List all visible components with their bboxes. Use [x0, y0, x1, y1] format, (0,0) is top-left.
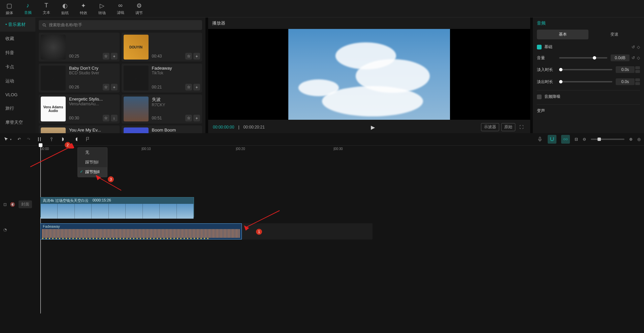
clip-name: 高清4k 过场空镜头天空白云: [43, 198, 89, 203]
nav-音频[interactable]: ♪音频: [19, 0, 37, 17]
sidebar-item[interactable]: 抖音: [0, 46, 35, 60]
fav-icon[interactable]: ☆: [185, 84, 192, 90]
undo-icon[interactable]: ↶: [18, 137, 21, 142]
track-mute-icon[interactable]: 🔇: [10, 202, 15, 207]
badge-1: 1: [256, 229, 262, 235]
pointer-tool[interactable]: ▾: [3, 136, 11, 142]
add-icon[interactable]: ＋: [193, 84, 200, 90]
search-icon: [42, 23, 47, 28]
mic-icon[interactable]: [537, 136, 543, 142]
music-card[interactable]: You Are My Ev...Jiaye☆＋: [39, 125, 120, 133]
mark-out-icon[interactable]: [73, 136, 79, 142]
zoom-slider[interactable]: [591, 139, 624, 140]
svg-line-1: [45, 26, 46, 27]
add-icon[interactable]: ＋: [193, 115, 200, 121]
preview-area[interactable]: [208, 29, 530, 120]
video-track-controls: ⊡ 🔇 封面: [0, 200, 40, 208]
sidebar-item[interactable]: VLOG: [0, 88, 35, 101]
magnet-icon[interactable]: [548, 135, 556, 144]
add-icon[interactable]: ＋: [111, 53, 118, 60]
add-icon[interactable]: ＋: [111, 84, 118, 90]
search-placeholder: 搜索歌曲名称/歌手: [49, 22, 82, 28]
nav-滤镜[interactable]: ∞滤镜: [111, 0, 130, 17]
video-clip[interactable]: 高清4k 过场空镜头天空白云0000:15:26: [40, 197, 194, 217]
basic-label: 基础: [544, 44, 552, 50]
beat-menu-item[interactable]: 踩节拍I: [78, 157, 107, 167]
fadeout-slider[interactable]: [559, 81, 612, 82]
player-title: 播放器: [208, 17, 530, 29]
svg-rect-5: [566, 139, 568, 140]
fadeout-value[interactable]: 0.0s: [616, 78, 635, 85]
original-button[interactable]: 原始: [501, 123, 515, 131]
cover-button[interactable]: 封面: [19, 200, 32, 208]
basic-checkbox[interactable]: [537, 45, 542, 49]
fav-icon[interactable]: ☆: [185, 115, 192, 121]
player-panel: 播放器 00:00:00:00 | 00:00:20:21 ▶ 示波器 原始 ⛶: [208, 17, 530, 133]
fav-icon[interactable]: ☆: [103, 115, 109, 121]
volume-reset-icon[interactable]: ↺: [632, 56, 635, 60]
play-button[interactable]: ▶: [371, 124, 375, 131]
add-icon[interactable]: ↓: [111, 115, 118, 121]
music-card[interactable]: Vens Adams AudioEnergetic Stylis...VensA…: [39, 95, 120, 123]
volume-keyframe-icon[interactable]: ◇: [637, 56, 640, 60]
nav-文本[interactable]: T文本: [37, 0, 56, 17]
fadeout-stepper[interactable]: [635, 78, 640, 85]
track-expand-icon[interactable]: ⊡: [3, 202, 7, 207]
fit-icon[interactable]: ◎: [637, 137, 641, 142]
beat-menu: 无踩节拍I踩节拍II: [77, 147, 107, 177]
zoom-in-icon[interactable]: ⊕: [629, 137, 633, 142]
svg-rect-4: [564, 139, 565, 140]
scope-button[interactable]: 示波器: [481, 123, 499, 131]
sidebar-item[interactable]: 运动: [0, 74, 35, 88]
nav-贴纸[interactable]: ◐贴纸: [56, 0, 74, 17]
music-card[interactable]: ♪FadeawayTikTok00:21☆＋: [122, 64, 202, 92]
beat-menu-item[interactable]: 无: [78, 148, 107, 157]
fav-icon[interactable]: ☆: [103, 84, 109, 90]
fadein-stepper[interactable]: [635, 66, 640, 73]
nav-调节[interactable]: ⚙调节: [130, 0, 148, 17]
svg-point-2: [51, 138, 53, 139]
music-card[interactable]: Boom BoomCHYL☆＋: [122, 125, 202, 133]
fadein-slider[interactable]: [559, 69, 612, 70]
align-icon[interactable]: ⊟: [575, 137, 578, 142]
add-icon[interactable]: ＋: [193, 53, 200, 60]
fav-icon[interactable]: ☆: [103, 53, 109, 60]
split-icon[interactable]: [36, 136, 42, 142]
flag-icon[interactable]: [85, 136, 91, 142]
tab-speed[interactable]: 变速: [588, 30, 640, 39]
search-input[interactable]: 搜索歌曲名称/歌手: [39, 20, 202, 30]
fullscreen-icon[interactable]: ⛶: [517, 123, 525, 131]
music-grid: 00:25☆＋DOUYIN00:43☆＋♪Baby Don't CryBCD S…: [39, 33, 202, 133]
music-card[interactable]: 失波R7CKY00:51☆＋: [122, 95, 202, 123]
music-card[interactable]: 00:25☆＋: [39, 33, 120, 62]
sidebar-item[interactable]: • 音乐素材: [0, 17, 35, 32]
keyframe-icon[interactable]: ◇: [637, 45, 640, 49]
badge-3: 3: [108, 176, 114, 182]
timeline-panel: ▾ ↶ ↷ ⊟ ⊖ ⊕ ◎ 00:00|00:10|00:20|00:30 无踩…: [0, 133, 644, 333]
denoise-checkbox[interactable]: [537, 95, 542, 99]
reset-icon[interactable]: ↺: [632, 45, 635, 49]
svg-line-8: [246, 211, 280, 227]
nav-媒体[interactable]: ▢媒体: [0, 0, 19, 17]
nav-转场[interactable]: ▷转场: [93, 0, 111, 17]
svg-line-6: [30, 147, 71, 167]
sidebar-item[interactable]: 摩登天空: [0, 115, 35, 130]
volume-value[interactable]: 0.0dB: [611, 54, 630, 61]
link-icon[interactable]: [561, 135, 570, 144]
mark-in-icon[interactable]: [61, 136, 67, 142]
nav-特效[interactable]: ✦特效: [74, 0, 93, 17]
redo-icon[interactable]: ↷: [27, 137, 30, 142]
beat-indicator-icon[interactable]: ◔: [3, 227, 7, 232]
zoom-out-icon[interactable]: ⊖: [583, 137, 586, 142]
tab-basic[interactable]: 基本: [537, 30, 588, 39]
music-card[interactable]: DOUYIN00:43☆＋: [122, 33, 202, 62]
audio-clip[interactable]: Fadeaway: [40, 223, 242, 239]
sidebar-item[interactable]: 卡点: [0, 60, 35, 74]
sidebar-item[interactable]: 旅行: [0, 101, 35, 115]
fav-icon[interactable]: ☆: [185, 53, 192, 60]
volume-slider[interactable]: [559, 57, 607, 59]
fadein-value[interactable]: 0.0s: [616, 66, 635, 73]
beat-tool-icon[interactable]: [49, 136, 55, 142]
sidebar-item[interactable]: 收藏: [0, 32, 35, 46]
music-card[interactable]: ♪Baby Don't CryBCD Studio 9ver00:26☆＋: [39, 64, 120, 92]
